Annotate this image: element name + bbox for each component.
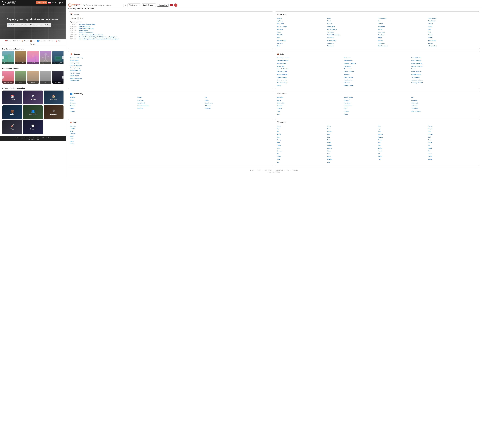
jobs-link[interactable]: Food & Beverage: [411, 59, 478, 62]
forsale-link[interactable]: Clothes & Accessories: [327, 33, 377, 36]
forum-link[interactable]: Science: [428, 133, 478, 136]
forum-link[interactable]: Philos: [327, 125, 377, 127]
forsale-link[interactable]: Beauty & health: [277, 39, 326, 42]
community-link[interactable]: Events: [70, 107, 137, 110]
forum-link[interactable]: Diet: [277, 152, 326, 155]
jobs-link[interactable]: Arch & engineering: [411, 62, 478, 65]
forsale-link[interactable]: Collectibles: [327, 36, 377, 39]
jobs-link[interactable]: Medical & health: [411, 56, 478, 59]
forsale-link[interactable]: Cell phones: [327, 31, 377, 33]
services-link[interactable]: Cell & mobile: [277, 102, 343, 104]
jobs-link[interactable]: Customer service: [277, 79, 343, 81]
community-link[interactable]: General: [70, 110, 137, 113]
services-link[interactable]: Travel & vac: [411, 107, 478, 110]
forum-link[interactable]: Pets: [378, 152, 427, 155]
forsale-link[interactable]: Computers: [327, 42, 377, 44]
forsale-link[interactable]: Books: [327, 20, 377, 22]
forum-link[interactable]: Divorce: [277, 155, 326, 158]
forsale-link[interactable]: ATV, UTV & SNO: [277, 25, 326, 28]
jobs-link[interactable]: Retail & wholesale: [277, 73, 343, 76]
forum-link[interactable]: Atheist: [277, 133, 326, 136]
list-item[interactable]: Sandals: [27, 71, 39, 84]
forum-link[interactable]: Comp: [277, 147, 326, 149]
jobs-link[interactable]: Business & mgmt: [411, 73, 478, 76]
forsale-link[interactable]: Boats: [327, 17, 377, 19]
jobs-link[interactable]: Systems & network: [411, 65, 478, 67]
gigs-link[interactable]: Talent: [70, 140, 271, 142]
services-link[interactable]: Pet: [411, 96, 478, 99]
services-link[interactable]: Creative: [277, 107, 343, 110]
forsale-link[interactable]: Toys: [428, 31, 478, 33]
avatar-right[interactable]: [174, 3, 177, 7]
jobs-link[interactable]: Resume: [411, 68, 478, 70]
event-link-1[interactable]: Voiceover Classes in Seattle: [79, 24, 95, 25]
forsale-link[interactable]: Arts & crafts: [277, 23, 326, 25]
forum-link[interactable]: Apple: [277, 127, 326, 130]
cat-grid-housing[interactable]: 🏠 Housing: [44, 91, 64, 104]
event-link-8[interactable]: Are You Dating a Narcissist? Come receiv…: [79, 38, 119, 40]
footer-safety-left[interactable]: Safety: [19, 137, 23, 139]
jobs-link[interactable]: Art, media & design: [277, 68, 343, 70]
services-link[interactable]: Household: [344, 102, 410, 104]
forum-link[interactable]: Words: [428, 155, 478, 158]
jobs-link[interactable]: Legal & paralegal: [277, 76, 343, 79]
event-link-2[interactable]: Learn How to Draw: [79, 26, 90, 27]
forsale-link[interactable]: CD, DVD & VHS: [327, 28, 377, 31]
signin-button-left[interactable]: Sign in: [52, 2, 56, 4]
community-link[interactable]: Local news: [137, 99, 204, 102]
services-link[interactable]: Skilled trade: [411, 102, 478, 104]
community-link[interactable]: Activities: [70, 96, 137, 99]
jobs-link[interactable]: Etc & misc: [344, 56, 410, 59]
footer-terms-right[interactable]: Terms of Use: [264, 170, 272, 171]
forum-link[interactable]: Marriage: [378, 136, 427, 138]
forsale-link[interactable]: Electronics: [327, 45, 377, 47]
forum-link[interactable]: Celebs: [277, 144, 326, 147]
cat-grid-events[interactable]: 📅 Events: [2, 91, 22, 104]
community-link[interactable]: Volunteers: [205, 107, 271, 110]
create-post-button-left[interactable]: Create a Post: [36, 1, 47, 4]
jobs-link[interactable]: Software, QA & DBA: [344, 62, 410, 65]
forsale-link[interactable]: Trailers: [428, 36, 478, 39]
services-link[interactable]: Computer: [277, 104, 343, 107]
forum-link[interactable]: Jokes: [378, 125, 427, 127]
services-link[interactable]: Legal: [344, 107, 410, 110]
forum-link[interactable]: Cosmos: [277, 150, 326, 152]
housing-link[interactable]: Vacation rentals: [70, 79, 271, 82]
event-link-4[interactable]: Acting Classes: [79, 30, 88, 31]
forsale-link[interactable]: Video gaming: [428, 39, 478, 42]
forum-link[interactable]: Eco: [277, 161, 326, 163]
nav-cat-forum[interactable]: 💬 Forum: [30, 43, 36, 45]
forum-link[interactable]: Spirit: [428, 136, 478, 138]
services-link[interactable]: Automotive: [277, 96, 343, 99]
jobs-link[interactable]: Manufacturing: [344, 79, 410, 81]
nav-cat-jobs[interactable]: 💼 Jobs: [30, 40, 35, 42]
gigs-link[interactable]: Creative: [70, 127, 271, 130]
forum-link[interactable]: Money: [378, 139, 427, 141]
forsale-link[interactable]: Motorcycles: [378, 42, 427, 44]
jobs-link[interactable]: Writing & editing: [344, 84, 410, 87]
housing-link[interactable]: Apartments & housing: [70, 56, 271, 59]
community-link[interactable]: Groups: [137, 96, 204, 99]
forsale-link[interactable]: Games: [428, 33, 478, 36]
forsale-link[interactable]: Wanted: [428, 42, 478, 44]
forsale-link[interactable]: Antiques: [277, 17, 326, 19]
list-item[interactable]: T-shirts: [40, 71, 51, 84]
forum-link[interactable]: Film: [327, 133, 377, 136]
forsale-link[interactable]: Music instrument: [378, 45, 427, 47]
forum-link[interactable]: Help: [327, 152, 377, 155]
forsale-link[interactable]: Aviation: [277, 31, 326, 33]
services-link[interactable]: sm biz ads: [411, 104, 478, 107]
services-link[interactable]: Cycle: [277, 110, 343, 113]
right-search-input[interactable]: [86, 4, 122, 6]
services-link[interactable]: Write, ed & train: [411, 110, 478, 113]
forsale-link[interactable]: Tickets: [428, 25, 478, 28]
footer-feedback-left[interactable]: Feedback: [46, 137, 51, 139]
housing-link[interactable]: Parking & storage: [70, 67, 271, 69]
hero-search-input[interactable]: [11, 24, 28, 26]
forsale-link[interactable]: Appliances: [277, 20, 326, 22]
forum-link[interactable]: Bikes: [277, 141, 326, 144]
footer-about-right[interactable]: About: [250, 170, 254, 171]
community-link[interactable]: Rideshare: [205, 104, 271, 107]
forum-link[interactable]: Recover: [428, 125, 478, 127]
forsale-link[interactable]: Wheels & tires: [428, 45, 478, 47]
